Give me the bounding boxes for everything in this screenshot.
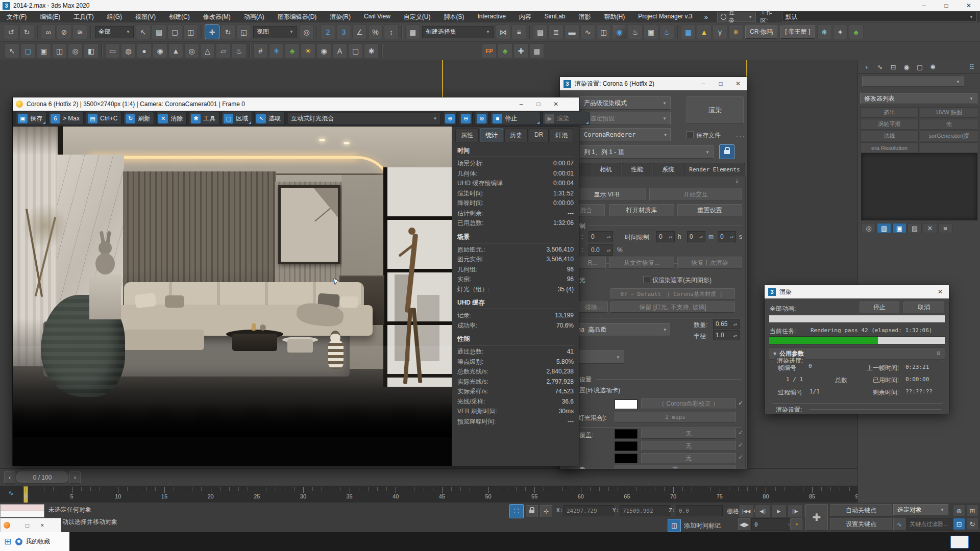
preset-dropdown[interactable]: 未选定预设▼ [580, 112, 671, 125]
vfb-tab-DR[interactable]: DR [529, 129, 549, 142]
override-material-button[interactable]: 07 - Default （ Corona基本材质 ） [610, 288, 735, 299]
leaf-icon[interactable]: ♣ [849, 24, 864, 39]
rectangular-selection-icon[interactable]: ▢ [167, 24, 182, 39]
override-color-swatch[interactable] [615, 429, 638, 439]
select-cursor-icon[interactable]: ↖ [5, 43, 19, 58]
teapot-icon[interactable]: ♨ [232, 43, 247, 58]
selection-dropdown[interactable]: ▼ [862, 77, 964, 87]
auto-key-button[interactable]: 自动关键点 [830, 504, 892, 517]
menu-图形编辑器(D)[interactable]: 图形编辑器(D) [271, 13, 324, 21]
close-button[interactable]: × [40, 522, 44, 529]
render-button[interactable]: ▶渲染 [543, 112, 590, 125]
grid2-icon[interactable]: ▦ [529, 43, 544, 58]
vfb-tab-灯混[interactable]: 灯混 [550, 129, 573, 142]
sun-icon[interactable]: ✳ [728, 24, 743, 39]
menu-修改器(M)[interactable]: 修改器(M) [197, 13, 237, 21]
refresh-button[interactable]: ↻刷新 [124, 112, 154, 125]
sphere-icon[interactable]: ● [137, 43, 152, 58]
zoom-icon[interactable]: ⊕ [953, 505, 965, 517]
clear-button[interactable]: ✕清除 [156, 112, 187, 125]
minimize-button[interactable]: – [512, 101, 530, 108]
key-filters-button[interactable]: 关键点过滤器... [906, 518, 954, 531]
menu-文件(F)[interactable]: 文件(F) [0, 13, 33, 21]
motion-tab-icon[interactable]: ◉ [900, 61, 913, 72]
tab-render-elements[interactable]: Render Elements [684, 163, 745, 176]
exclude-button[interactable]: 排除... [579, 302, 608, 313]
menu-帮助(H)[interactable]: 帮助(H) [598, 13, 632, 21]
menu-动画(A)[interactable]: 动画(A) [237, 13, 271, 21]
orbit-icon[interactable]: ↻ [966, 518, 978, 530]
lightmix-dropdown[interactable]: 互动式灯光混合▼ [287, 112, 440, 124]
radius-spinner[interactable]: 1.0▴▾ [713, 330, 740, 340]
menu-渲染(R)[interactable]: 渲染(R) [323, 13, 357, 21]
menu-Interactive[interactable]: Interactive [471, 13, 512, 21]
snap-toggle-2d-icon[interactable]: 2 [321, 24, 335, 39]
y-coordinate-field[interactable]: 71509.992 [620, 505, 670, 516]
modifier-button-era Resolution[interactable]: era Resolution [860, 142, 919, 153]
menu-内容[interactable]: 内容 [512, 13, 538, 21]
tray-icon[interactable] [950, 536, 969, 548]
override-color-swatch[interactable] [615, 454, 638, 463]
override-none-button[interactable]: 无 [641, 429, 736, 439]
menu-工具(T)[interactable]: 工具(T) [67, 13, 100, 21]
open-material-lib-button[interactable]: 打开材质库 [609, 204, 674, 216]
key-filters-icon[interactable]: ∿ [893, 518, 905, 531]
pass-limit-spinner[interactable]: 0▴▾ [589, 231, 613, 242]
modifier-button-sorGenerator(提[interactable]: sorGenerator(提 [920, 131, 978, 141]
align-icon[interactable]: ≡ [511, 24, 526, 39]
warning-icon[interactable]: ▲ [697, 24, 712, 39]
schematic-view-icon[interactable]: ◫ [596, 24, 611, 39]
lock-stack-icon[interactable]: ▣ [892, 223, 906, 233]
x-coordinate-field[interactable]: 24297.729 [564, 505, 614, 516]
modifier-button-UVW 贴图[interactable]: UVW 贴图 [920, 107, 978, 118]
scene-explorer-icon[interactable]: ▤ [533, 24, 548, 39]
menu-overflow-icon[interactable]: » [699, 13, 713, 21]
zoom-reset-button[interactable]: ⊗ [475, 112, 488, 125]
save-button[interactable]: ▣保存 [16, 112, 46, 125]
growfx-icon[interactable]: ♣ [498, 43, 512, 58]
next-frame-button[interactable]: ||▶ [788, 505, 803, 518]
z-coordinate-field[interactable]: 0.0 [676, 505, 723, 516]
selection-lock-icon[interactable] [526, 505, 538, 517]
cancel-button[interactable]: 取消 [903, 302, 944, 313]
menu-自定义(U)[interactable]: 自定义(U) [397, 13, 437, 21]
angle-snap-icon[interactable]: ∠ [352, 24, 367, 39]
camera-icon[interactable]: ◉ [316, 43, 331, 58]
edit-named-selections-icon[interactable]: ▦ [405, 24, 420, 39]
minimize-button[interactable]: □ [26, 522, 29, 529]
zoom-all-icon[interactable]: ⊞ [966, 505, 978, 517]
pin-stack-icon[interactable]: ◎ [862, 223, 876, 233]
use-pivot-center-icon[interactable]: ◎ [299, 24, 314, 39]
render-button[interactable]: 渲染 [687, 96, 744, 124]
modifier-list-dropdown[interactable]: 修改器列表▼ [860, 93, 977, 104]
render-production-icon[interactable]: ♨ [659, 24, 674, 39]
time-tag-cube-icon[interactable]: ◫ [668, 519, 681, 532]
tab-system[interactable]: 系统 [653, 163, 683, 176]
menu-Project Manager v.3[interactable]: Project Manager v.3 [631, 13, 699, 21]
utilities-tab-icon[interactable]: ✱ [926, 61, 940, 72]
material-editor-icon[interactable]: ◉ [612, 24, 627, 39]
vfb-tab-历史[interactable]: 历史 [504, 129, 528, 142]
zoom-in-button[interactable]: ⊕ [443, 112, 457, 125]
maxscript-mini-listener[interactable] [0, 504, 44, 518]
previous-frame-button[interactable]: ◀|| [755, 505, 770, 518]
selected-set-dropdown[interactable]: 选定对象▼ [893, 504, 948, 516]
gamma-icon[interactable]: γ [713, 24, 727, 39]
project-manager-icon[interactable]: ▦ [681, 24, 696, 39]
tab-camera[interactable]: 相机 [591, 163, 621, 176]
env-check-icon[interactable]: ✓ [738, 399, 743, 407]
absolute-mode-icon[interactable]: ⊹ [540, 505, 552, 517]
fp-icon[interactable]: FP [482, 43, 497, 58]
tree-icon[interactable]: ♣ [285, 43, 300, 58]
create-tab-icon[interactable]: + [860, 61, 873, 72]
close-button[interactable]: ✕ [729, 80, 747, 87]
set-key-big-button[interactable]: ✚ [805, 504, 828, 531]
favorites-label[interactable]: 我的收藏 [26, 537, 50, 546]
cylinder-icon[interactable]: ◍ [121, 43, 136, 58]
mask-only-checkbox[interactable] [643, 276, 650, 283]
isolate-selection-button[interactable]: ⛶ [509, 504, 524, 518]
show-end-result-icon[interactable]: ▥ [877, 223, 891, 233]
override-check-icon[interactable]: ✓ [738, 429, 743, 436]
render-setup-icon[interactable]: ♨ [628, 24, 643, 39]
select-and-scale-icon[interactable]: ◱ [236, 24, 251, 39]
